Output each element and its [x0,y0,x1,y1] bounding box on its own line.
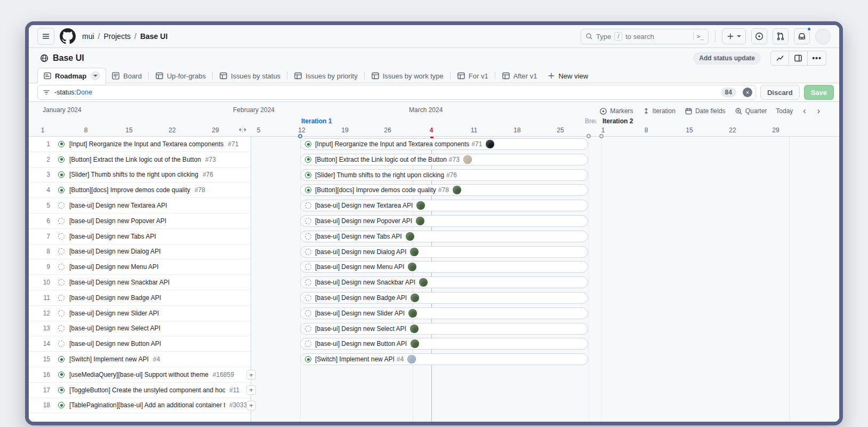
table-row[interactable]: 16[useMediaQuery][base-ui] Support witho… [29,367,251,383]
filter-query-input[interactable]: -status:Done 84 × [37,85,756,100]
table-row[interactable]: 8[base-ui] Design new Dialog API [29,244,251,260]
tab-up-for-grabs[interactable]: Up-for-grabs [150,68,211,83]
gantt-bar[interactable]: [base-ui] Design new Slider API [300,307,588,319]
gantt-bar[interactable]: [base-ui] Design new Tabs API [300,231,588,242]
gantt-bar[interactable]: [base-ui] Design new Snackbar API [300,276,588,288]
add-date-button[interactable]: + [246,385,256,395]
gantt-bar[interactable]: [base-ui] Design new Badge API [300,292,588,304]
new-view-button[interactable]: New view [542,68,593,83]
draft-issue-icon [305,279,311,286]
open-issue-icon [58,387,65,393]
row-number: 12 [38,310,50,317]
table-row[interactable]: 13[base-ui] Design new Select API [29,321,251,337]
issue-title: [base-ui] Design new Button API [69,340,161,347]
control-today[interactable]: Today [776,107,793,115]
draft-issue-icon [58,218,65,224]
table-row[interactable]: 2[Button] Extract the Link logic out of … [29,152,251,168]
search-divider [693,32,694,41]
table-row[interactable]: 10[base-ui] Design new Snackbar API [29,275,251,290]
gantt-bar[interactable]: [base-ui] Design new Textarea API [300,200,588,211]
table-row[interactable]: 12[base-ui] Design new Slider API [29,306,251,321]
issues-button[interactable] [751,28,767,44]
chevron-down-icon [737,35,741,37]
assignee-avatar [406,232,414,241]
gantt-bar[interactable]: [base-ui] Design new Popover API [300,215,588,227]
tab-after-v1[interactable]: After v1 [496,68,543,83]
gantt-bar[interactable]: [base-ui] Design new Dialog API [300,246,588,258]
notifications-button[interactable] [794,28,810,44]
global-search-input[interactable]: Type / to search >_ [581,29,709,44]
month-grid-line [789,137,790,422]
issue-title: [ToggleButton] Create the unstyled compo… [69,386,225,394]
issue-number: #71 [228,140,238,148]
control-markers[interactable]: Markers [599,107,633,115]
control-label: Quarter [745,107,767,115]
tab-issues-by-work-type[interactable]: Issues by work type [366,68,449,83]
save-button[interactable]: Save [804,85,834,100]
gantt-bar[interactable]: [Slider] Thumb shifts to the right upon … [300,169,588,181]
clear-filter-button[interactable]: × [743,88,752,97]
bar-title: [Slider] Thumb shifts to the right upon … [315,171,444,179]
timeline-controls: MarkersIterationDate fieldsQuarterToday‹… [581,105,821,117]
open-issue-icon [305,356,311,362]
table-row[interactable]: 5[base-ui] Design new Textarea API [29,198,251,213]
insights-button[interactable] [770,51,789,66]
add-date-button[interactable]: + [246,401,256,410]
issue-title: [base-ui] Design new Snackbar API [69,279,170,286]
tab-board[interactable]: Board [106,68,147,83]
project-more-options-button[interactable]: ••• [808,51,826,66]
hamburger-menu-button[interactable] [37,28,54,45]
issue-title: [base-ui] Design new Badge API [69,294,161,302]
table-row[interactable]: 11[base-ui] Design new Badge API [29,290,251,306]
table-row[interactable]: 6[base-ui] Design new Popover API [29,213,251,229]
plus-icon [548,72,555,80]
gantt-bar[interactable]: [base-ui] Design new Select API [300,323,588,335]
user-avatar[interactable] [815,29,831,44]
table-row[interactable]: 4[Button][docs] Improve demos code quali… [29,183,251,198]
tab-issues-by-status[interactable]: Issues by status [214,68,286,83]
control-quarter[interactable]: Quarter [735,107,767,115]
github-logo[interactable] [60,28,76,44]
table-row[interactable]: 9[base-ui] Design new Menu API [29,259,251,275]
column-resize-handle[interactable] [239,125,246,134]
kebab-icon: ••• [812,54,822,62]
side-panel-button[interactable] [789,51,808,66]
table-row[interactable]: 1[Input] Reorganize the Input and Textar… [29,137,251,152]
table-row[interactable]: 3[Slider] Thumb shifts to the right upon… [29,168,251,183]
gantt-bar[interactable]: [Switch] Implement new API#4 [300,353,588,365]
unread-notification-dot [807,27,811,31]
breadcrumb-projects[interactable]: Projects [103,32,131,41]
date-tick: 12 [298,126,305,134]
assignee-avatar [407,355,416,363]
create-new-button[interactable] [722,28,746,44]
table-row[interactable]: 15[Switch] Implement new API#4 [29,352,251,367]
discard-button[interactable]: Discard [760,85,800,100]
open-issue-icon [58,171,65,178]
prev-page-button[interactable]: ‹ [802,107,807,115]
gantt-bar[interactable]: [base-ui] Design new Button API [300,338,588,350]
issue-number: #4 [153,355,160,363]
table-row[interactable]: 18[TablePagination][base-ui] Add an addi… [29,398,251,414]
control-date-fields[interactable]: Date fields [685,107,726,115]
add-status-update-button[interactable]: Add status update [693,52,761,65]
table-row[interactable]: 7[base-ui] Design new Tabs API [29,229,251,244]
filter-icon [43,89,50,96]
tab-for-v1[interactable]: For v1 [452,68,494,83]
gantt-bar[interactable]: [Input] Reorganize the Input and Textare… [300,138,588,150]
breadcrumb-current[interactable]: Base UI [140,32,167,41]
open-issue-icon [305,141,311,147]
next-page-button[interactable]: › [816,107,821,115]
view-options-caret-button[interactable] [91,71,100,81]
gantt-bar[interactable]: [Button] Extract the Link logic out of t… [300,154,588,165]
add-date-button[interactable]: + [246,370,256,379]
pull-requests-button[interactable] [773,28,789,44]
table-row[interactable]: 17[ToggleButton] Create the unstyled com… [29,383,251,398]
command-palette-icon[interactable]: >_ [697,33,704,40]
breadcrumb-org[interactable]: mui [82,32,94,41]
table-row[interactable]: 14[base-ui] Design new Button API [29,336,251,352]
tab-roadmap[interactable]: Roadmap [37,68,106,83]
control-iteration[interactable]: Iteration [642,107,676,115]
tab-issues-by-priority[interactable]: Issues by priority [288,68,363,83]
gantt-bar[interactable]: [base-ui] Design new Menu API [300,261,588,273]
gantt-bar[interactable]: [Button][docs] Improve demos code qualit… [300,184,588,196]
